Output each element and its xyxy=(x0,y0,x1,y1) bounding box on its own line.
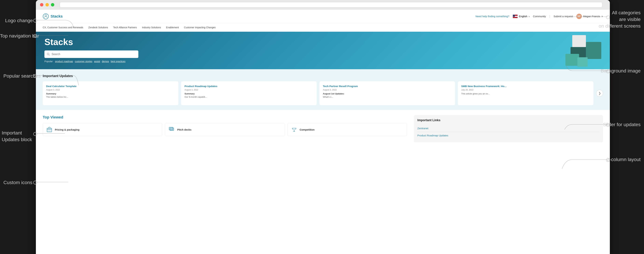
hero-background-image xyxy=(524,32,610,69)
update-title-0[interactable]: Deal Calculator Template xyxy=(46,85,175,88)
language-selector[interactable]: English › xyxy=(513,15,530,18)
search-icon xyxy=(47,53,50,56)
cat-nav-item-2[interactable]: Tech Alliance Partners xyxy=(113,26,137,29)
box-icon xyxy=(46,127,52,133)
svg-rect-4 xyxy=(572,35,586,47)
update-excerpt-1: Our 9-month capabili... xyxy=(184,96,313,98)
important-links-title: Important Links xyxy=(417,119,600,122)
important-links-section: Important Links Zentranet Product Roadma… xyxy=(414,115,603,142)
logo-icon xyxy=(43,13,49,19)
top-viewed-card-1[interactable]: Pitch decks xyxy=(165,123,284,136)
svg-line-3 xyxy=(49,55,50,56)
update-label-1: Summary xyxy=(184,92,313,95)
annotation-important-updates: ImportantUpdates block xyxy=(2,129,32,143)
cat-nav-item-0[interactable]: CX, Customer Success and Renewals xyxy=(43,26,83,29)
annotation-top-nav: Top navigation bar xyxy=(0,33,39,39)
slider-next-button[interactable]: ❯ xyxy=(596,90,603,97)
trophy-icon xyxy=(291,127,297,133)
browser-address-bar[interactable] xyxy=(60,2,602,7)
cat-nav-item-5[interactable]: Customer Impacting Changes xyxy=(184,26,216,29)
slides-icon xyxy=(168,127,175,133)
language-chevron: › xyxy=(529,15,530,18)
hero-content: Stacks Popular: product roadmap customer… xyxy=(44,37,138,63)
important-updates-title: Important Updates xyxy=(43,74,603,78)
browser-minimize-dot[interactable] xyxy=(46,3,49,6)
update-excerpt-0: The tables below inc... xyxy=(46,96,175,98)
popular-link-3[interactable]: demos xyxy=(102,60,109,63)
top-viewed-section: Top Viewed Pricing & packaging xyxy=(43,115,407,142)
popular-link-2[interactable]: assist xyxy=(94,60,100,63)
svg-rect-9 xyxy=(47,128,52,132)
update-card-3[interactable]: SMB New Business Framework: Ho... July 2… xyxy=(458,81,594,105)
update-date-1: August 3, 2022 xyxy=(184,89,313,91)
top-viewed-card-0[interactable]: Pricing & packaging xyxy=(43,123,162,136)
search-box[interactable] xyxy=(44,50,138,58)
update-date-2: August 3, 2022 xyxy=(323,89,452,91)
popular-label: Popular: xyxy=(44,60,53,63)
chevron-down-icon: ∨ xyxy=(602,15,603,17)
cat-nav-item-1[interactable]: Zendesk Solutions xyxy=(88,26,108,29)
top-viewed-title: Top Viewed xyxy=(43,115,407,120)
cat-nav-item-3[interactable]: Industry Solutions xyxy=(142,26,161,29)
nav-right: Need help finding something? English › C… xyxy=(476,14,603,19)
chevron-right-icon: ❯ xyxy=(598,91,601,95)
update-date-3: July 29, 2022 xyxy=(461,89,590,91)
important-link-1[interactable]: Product Roadmap Updates xyxy=(417,132,600,139)
update-card-0[interactable]: Deal Calculator Template August 3, 2022 … xyxy=(43,81,178,105)
flag-icon xyxy=(513,15,518,18)
top-viewed-label-1: Pitch decks xyxy=(177,128,191,131)
language-label: English xyxy=(519,15,527,18)
search-input[interactable] xyxy=(52,53,136,56)
submit-request-link[interactable]: Submit a request xyxy=(554,15,573,18)
update-date-0: August 3, 2022 xyxy=(46,89,175,91)
popular-link-4[interactable]: best practices xyxy=(111,60,126,63)
update-label-0: Summary xyxy=(46,92,175,95)
important-updates-section: Important Updates Deal Calculator Templa… xyxy=(36,69,610,110)
hero-title: Stacks xyxy=(44,37,138,47)
top-viewed-card-2[interactable]: Competition xyxy=(288,123,407,136)
popular-link-0[interactable]: product roadmap xyxy=(55,60,73,63)
bottom-section: Top Viewed Pricing & packaging xyxy=(36,110,610,147)
top-viewed-label-0: Pricing & packaging xyxy=(55,128,80,131)
user-menu[interactable]: MF Megan Francis ∨ xyxy=(576,14,603,19)
browser-titlebar xyxy=(36,0,610,9)
update-title-1[interactable]: Product Roadmap Updates xyxy=(184,85,313,88)
user-name: Megan Francis xyxy=(583,15,600,18)
svg-rect-6 xyxy=(586,42,601,59)
community-link[interactable]: Community xyxy=(533,15,546,18)
update-title-3[interactable]: SMB New Business Framework: Ho... xyxy=(461,85,590,88)
update-excerpt-2: What's c... xyxy=(323,96,452,98)
browser-window: Stacks Need help finding something? Engl… xyxy=(36,0,610,254)
hero-section: Stacks Popular: product roadmap customer… xyxy=(36,32,610,69)
nav-divider: | xyxy=(549,14,550,18)
annotation-popular: Popular searches xyxy=(4,73,41,79)
help-link[interactable]: Need help finding something? xyxy=(476,15,509,18)
svg-rect-13 xyxy=(170,128,174,130)
update-card-1[interactable]: Product Roadmap Updates August 3, 2022 S… xyxy=(181,81,317,105)
annotation-logo-change: Logo change xyxy=(5,18,33,23)
site-logo[interactable]: Stacks xyxy=(43,13,63,19)
updates-grid: Deal Calculator Template August 3, 2022 … xyxy=(43,81,603,105)
cat-nav-item-4[interactable]: Enablement xyxy=(166,26,179,29)
update-excerpt-3: This article gives you an ov... xyxy=(461,92,590,95)
popular-searches: Popular: product roadmap customer storie… xyxy=(44,60,138,63)
update-label-2: August 1st Updates: xyxy=(323,92,452,95)
annotation-custom-icons: Custom icons xyxy=(4,180,32,185)
annotation-two-column: 2-column layout xyxy=(607,157,640,162)
top-viewed-grid: Pricing & packaging Pitch decks xyxy=(43,123,407,136)
update-title-2[interactable]: Tech Partner Resell Program xyxy=(323,85,452,88)
svg-rect-7 xyxy=(566,54,579,66)
svg-point-1 xyxy=(45,14,47,16)
svg-rect-8 xyxy=(578,57,588,67)
category-nav: CX, Customer Success and Renewals Zendes… xyxy=(36,23,610,32)
browser-maximize-dot[interactable] xyxy=(51,3,54,6)
avatar: MF xyxy=(576,14,582,19)
important-link-0[interactable]: Zentranet xyxy=(417,125,600,132)
popular-link-1[interactable]: customer stories xyxy=(75,60,92,63)
top-nav: Stacks Need help finding something? Engl… xyxy=(36,9,610,23)
website-content: Stacks Need help finding something? Engl… xyxy=(36,9,610,254)
logo-text: Stacks xyxy=(50,14,63,18)
top-viewed-label-2: Competition xyxy=(300,128,315,131)
update-card-2[interactable]: Tech Partner Resell Program August 3, 20… xyxy=(320,81,455,105)
browser-close-dot[interactable] xyxy=(40,3,44,6)
